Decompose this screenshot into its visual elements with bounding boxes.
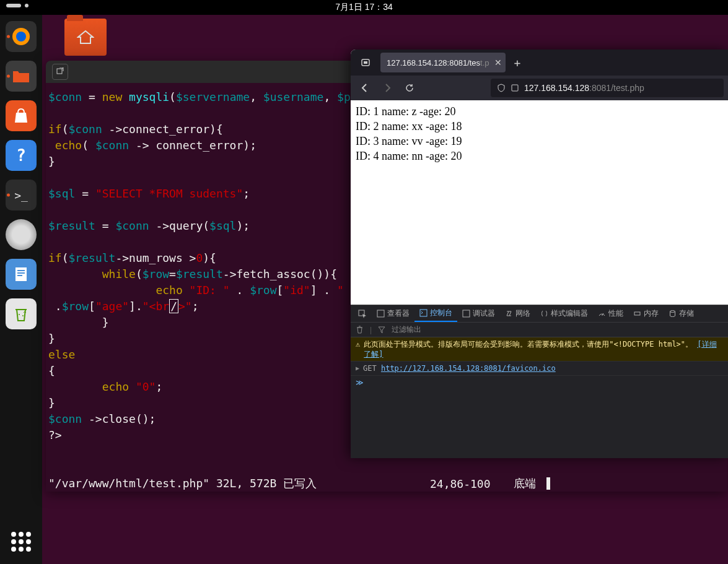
funnel-icon [378,326,385,334]
output-line: ID: 3 name: vv -age: 19 [356,134,724,149]
help-icon: ? [16,146,26,165]
text-editor-launcher[interactable] [6,259,37,290]
trash-icon [356,326,364,334]
tab-performance[interactable]: 性能 [593,305,628,322]
desktop: z@z: /etc/init.d $conn = new mysqli($ser… [42,15,728,564]
activities-indicator[interactable] [6,4,29,7]
house-icon [77,30,94,45]
vim-scroll-indicator: 底端 [514,476,536,491]
tab-inspector[interactable]: 查看器 [372,305,414,322]
inspector-icon [377,310,385,318]
folder-icon [12,69,30,84]
site-info-icon[interactable] [511,84,519,92]
back-button[interactable] [356,79,374,97]
page-content: ID: 1 name: z -age: 20 ID: 2 name: xx -a… [351,100,728,305]
reload-icon [405,83,414,93]
trash-icon [14,306,29,322]
performance-icon [598,310,606,318]
svg-rect-4 [17,272,25,274]
terminal-new-tab-button[interactable] [52,64,68,80]
style-icon [540,310,548,318]
firefox-icon [10,25,32,48]
clock[interactable]: 7月1日 17：34 [335,2,393,13]
filter-icon-button[interactable] [378,326,385,334]
tab-network[interactable]: 网络 [500,305,535,322]
svg-rect-2 [15,267,27,281]
tab-console[interactable]: 控制台 [414,305,457,322]
software-store-launcher[interactable] [6,100,37,131]
firefox-window: 127.168.154.128:8081/test.p ✕ + 127.168.… [351,50,728,458]
show-applications-button[interactable] [9,529,33,554]
back-icon [360,83,370,93]
forward-button[interactable] [378,79,397,97]
svg-rect-16 [634,312,640,315]
disk-launcher[interactable] [6,219,37,250]
recent-pages-icon [361,58,371,67]
console-warning[interactable]: ⚠ 此页面处于怪异模式。排版布局可能会受到影响。若需要标准模式，请使用"<!DO… [351,337,728,362]
console-prompt[interactable]: ≫ [351,376,728,389]
launcher-dock: ? >_ [0,15,42,564]
document-icon [13,266,29,282]
warning-text: 此页面处于怪异模式。排版布局可能会受到影响。若需要标准模式，请使用"<!DOCT… [364,339,724,359]
debugger-icon [462,310,470,318]
shield-icon[interactable] [497,84,506,92]
svg-rect-10 [364,61,367,64]
svg-point-6 [19,314,20,315]
console-messages: ⚠ 此页面处于怪异模式。排版布局可能会受到影响。若需要标准模式，请使用"<!DO… [351,337,728,458]
terminal-launcher[interactable]: >_ [6,180,37,210]
tab-debugger[interactable]: 调试器 [457,305,500,322]
forward-icon [382,83,392,93]
home-folder-icon[interactable] [64,19,107,56]
svg-point-17 [670,311,675,313]
terminal-scrollbar-thumb[interactable] [546,477,550,490]
url-text: 127.168.154.128:8081/test.php [524,83,644,93]
recent-pages-button[interactable] [356,54,375,71]
output-line: ID: 2 name: xx -age: 18 [356,119,724,134]
tab-title: 127.168.154.128:8081/test.p [387,58,489,67]
request-text: GET http://127.168.154.128:8081/favicon.… [363,363,556,373]
memory-icon [633,310,641,318]
shopping-bag-icon [13,108,29,124]
tab-close-button[interactable]: ✕ [494,58,502,67]
svg-rect-15 [463,310,470,317]
devtools-panel: 查看器 控制台 调试器 网络 样式编辑器 [351,305,728,458]
reload-button[interactable] [400,79,419,97]
browser-tab[interactable]: 127.168.154.128:8081/test.p ✕ [380,53,506,72]
clear-console-button[interactable] [356,326,364,334]
console-filter-bar: | 过滤输出 [351,323,728,337]
output-line: ID: 4 name: nn -age: 20 [356,149,724,163]
browser-tab-bar: 127.168.154.128:8081/test.p ✕ + [351,50,728,76]
picker-icon [358,310,367,318]
console-network-entry[interactable]: ▶ GET http://127.168.154.128:8081/favico… [351,362,728,376]
expand-icon[interactable]: ▶ [356,363,359,373]
warning-icon: ⚠ [356,339,360,349]
new-tab-icon [56,67,64,76]
files-launcher[interactable] [6,61,37,92]
vim-status-line: "/var/www/html/test.php" 32L, 572B 已写入 2… [46,475,727,492]
svg-rect-13 [377,310,384,317]
firefox-launcher[interactable] [6,21,37,52]
svg-point-1 [16,32,26,41]
console-icon [419,309,428,317]
filter-input[interactable]: 过滤输出 [392,324,421,335]
tab-storage[interactable]: 存储 [664,305,699,322]
vim-file-status: "/var/www/html/test.php" 32L, 572B 已写入 [48,476,317,491]
vim-cursor-position: 24,86-100 [430,477,491,490]
browser-toolbar: 127.168.154.128:8081/test.php [351,76,728,100]
system-topbar: 7月1日 17：34 [0,0,728,15]
devtools-picker-button[interactable] [353,305,372,322]
terminal-icon: >_ [14,189,28,202]
tab-memory[interactable]: 内存 [628,305,664,322]
svg-rect-5 [17,275,22,276]
storage-icon [669,310,677,318]
help-launcher[interactable]: ? [6,140,37,171]
network-icon [505,310,513,318]
svg-rect-3 [17,270,25,271]
trash-launcher[interactable] [6,298,37,329]
new-tab-button[interactable]: + [511,56,525,69]
tab-style-editor[interactable]: 样式编辑器 [535,305,593,322]
devtools-tabs: 查看器 控制台 调试器 网络 样式编辑器 [351,305,728,323]
svg-rect-14 [420,310,427,316]
svg-rect-8 [57,69,62,74]
url-bar[interactable]: 127.168.154.128:8081/test.php [491,79,724,97]
